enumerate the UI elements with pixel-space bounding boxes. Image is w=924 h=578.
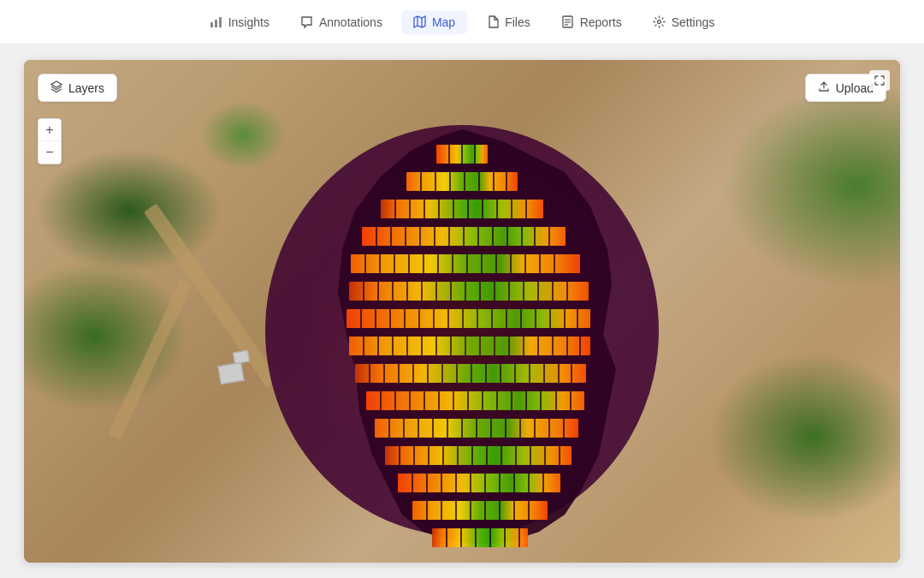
svg-point-10 xyxy=(658,21,661,24)
svg-marker-3 xyxy=(414,16,425,27)
layers-icon xyxy=(50,80,62,95)
nav-item-insights[interactable]: Insights xyxy=(198,10,281,34)
zoom-controls: + − xyxy=(38,118,62,164)
layers-label: Layers xyxy=(68,81,104,95)
svg-rect-0 xyxy=(210,22,213,27)
top-navigation: Insights Annotations Map Files xyxy=(0,0,924,45)
nav-files-label: Files xyxy=(505,15,530,29)
svg-rect-1 xyxy=(215,20,217,27)
files-icon xyxy=(486,15,500,29)
map-container: Layers + − Upload xyxy=(24,60,900,563)
svg-rect-2 xyxy=(219,17,222,27)
nav-insights-label: Insights xyxy=(228,15,270,29)
nav-settings-label: Settings xyxy=(672,15,715,29)
nav-item-settings[interactable]: Settings xyxy=(641,10,727,34)
zoom-out-button[interactable]: − xyxy=(38,141,61,164)
reports-icon xyxy=(561,15,575,29)
nav-reports-label: Reports xyxy=(580,15,622,29)
layers-button[interactable]: Layers xyxy=(38,74,117,102)
nav-item-annotations[interactable]: Annotations xyxy=(288,10,394,34)
annotations-icon xyxy=(300,15,314,29)
upload-label: Upload xyxy=(836,81,874,95)
nav-item-reports[interactable]: Reports xyxy=(549,10,634,34)
solar-farm-overlay xyxy=(222,104,702,563)
zoom-in-button[interactable]: + xyxy=(38,119,61,141)
nav-annotations-label: Annotations xyxy=(319,15,382,29)
insights-icon xyxy=(210,15,223,29)
fullscreen-button[interactable] xyxy=(869,70,890,91)
svg-point-200 xyxy=(270,142,654,545)
upload-icon xyxy=(818,80,830,95)
nav-item-map[interactable]: Map xyxy=(401,10,467,34)
nav-map-label: Map xyxy=(432,15,455,29)
nav-item-files[interactable]: Files xyxy=(474,10,542,34)
settings-icon xyxy=(653,15,666,29)
map-icon xyxy=(413,15,427,29)
